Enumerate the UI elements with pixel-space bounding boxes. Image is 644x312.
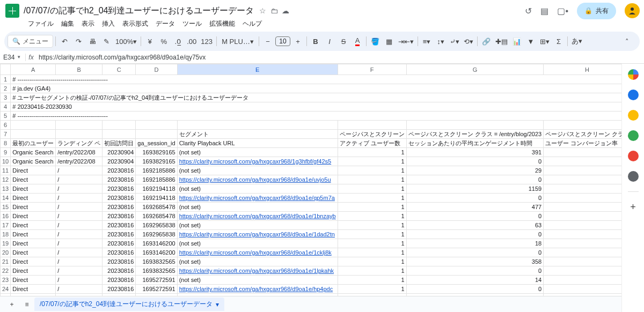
- link-button[interactable]: 🔗: [480, 35, 493, 48]
- chevron-down-icon: ▾: [216, 301, 219, 308]
- col-F[interactable]: F: [338, 64, 406, 75]
- sheet-tab-bar: + ≡ /07/07/の記事でh2_04到達ユーザーにおけるユーザーデータ ▾: [0, 296, 621, 312]
- filterviews-button[interactable]: ⊞▾: [538, 35, 551, 48]
- sheets-logo[interactable]: [5, 4, 19, 18]
- redo-button[interactable]: ↷: [72, 35, 85, 48]
- side-panel: +: [621, 64, 644, 312]
- fontsize-input[interactable]: 10: [275, 36, 290, 46]
- document-title[interactable]: /07/07/の記事でh2_04到達ユーザーにおけるユーザーデータ: [24, 5, 254, 17]
- fontsize-inc[interactable]: +: [291, 35, 304, 48]
- toolbar: 🔍 メニュー ↶ ↷ 🖶 ✎ 100% ▾ ¥ % .0̲ .00 123 M …: [4, 32, 640, 51]
- strike-button[interactable]: S: [337, 35, 350, 48]
- more-formats-button[interactable]: 123: [199, 35, 214, 48]
- col-B[interactable]: B: [56, 64, 103, 75]
- all-sheets-button[interactable]: ≡: [19, 298, 34, 311]
- menu-insert[interactable]: 挿入: [99, 18, 118, 29]
- halign-button[interactable]: ≡▾: [420, 35, 433, 48]
- menu-edit[interactable]: 編集: [58, 18, 77, 29]
- maps-icon[interactable]: [628, 151, 639, 161]
- keep-icon[interactable]: [628, 90, 639, 100]
- search-menus-button[interactable]: 🔍 メニュー: [8, 35, 53, 48]
- menu-tools[interactable]: ツール: [179, 18, 205, 29]
- undo-button[interactable]: ↶: [58, 35, 71, 48]
- merge-button[interactable]: ⇥⇤▾: [397, 35, 415, 48]
- filter-button[interactable]: ▼: [524, 35, 537, 48]
- menu-format[interactable]: 表示形式: [119, 18, 151, 29]
- bold-button[interactable]: B: [309, 35, 322, 48]
- print-button[interactable]: 🖶: [86, 35, 99, 48]
- italic-button[interactable]: I: [323, 35, 336, 48]
- valign-button[interactable]: ↕▾: [434, 35, 447, 48]
- col-D[interactable]: D: [136, 64, 177, 75]
- lock-icon: 🔒: [584, 7, 592, 14]
- textcolor-button[interactable]: A: [351, 35, 364, 48]
- svg-point-0: [631, 8, 634, 11]
- star-icon[interactable]: ☆: [259, 6, 266, 15]
- ime-button[interactable]: あ▾: [570, 35, 584, 48]
- menu-bar: ファイル 編集 表示 挿入 表示形式 データ ツール 拡張機能 ヘルプ: [0, 18, 644, 32]
- name-box[interactable]: E34 ▼: [0, 54, 26, 61]
- menu-view[interactable]: 表示: [78, 18, 98, 29]
- formula-bar: E34 ▼ fx: [0, 51, 644, 64]
- menu-extensions[interactable]: 拡張機能: [206, 18, 238, 29]
- dec-decrease-button[interactable]: .0̲: [171, 35, 184, 48]
- share-label: 共有: [596, 6, 609, 16]
- comments-icon[interactable]: ▤: [540, 6, 548, 16]
- collapse-toolbar-button[interactable]: ˄: [620, 35, 633, 48]
- col-H[interactable]: H: [544, 64, 621, 75]
- chevron-down-icon: ▼: [17, 55, 21, 60]
- addon-icon[interactable]: [628, 171, 639, 182]
- column-header-row[interactable]: A B C D E F G H I J: [1, 64, 622, 75]
- col-A[interactable]: A: [11, 64, 56, 75]
- rotate-button[interactable]: ⟲▾: [462, 35, 475, 48]
- comment-button[interactable]: ✚▤: [494, 35, 509, 48]
- history-icon[interactable]: ↺: [525, 6, 532, 16]
- menu-help[interactable]: ヘルプ: [239, 18, 265, 29]
- search-icon: 🔍: [12, 38, 20, 45]
- sheet-tab-label: /07/07/の記事でh2_04到達ユーザーにおけるユーザーデータ: [40, 300, 213, 309]
- name-box-value: E34: [3, 54, 14, 61]
- fillcolor-button[interactable]: 🪣: [369, 35, 382, 48]
- percent-button[interactable]: %: [157, 35, 170, 48]
- fx-icon: fx: [26, 54, 36, 61]
- borders-button[interactable]: ▦: [383, 35, 396, 48]
- col-G[interactable]: G: [406, 64, 543, 75]
- zoom-select[interactable]: 100% ▾: [114, 35, 138, 48]
- sheet-tab[interactable]: /07/07/の記事でh2_04到達ユーザーにおけるユーザーデータ ▾: [34, 298, 224, 311]
- add-addon-button[interactable]: +: [628, 202, 639, 212]
- currency-button[interactable]: ¥: [143, 35, 156, 48]
- dec-increase-button[interactable]: .00: [185, 35, 198, 48]
- cloud-icon[interactable]: ☁: [282, 6, 289, 15]
- move-icon[interactable]: 🗀: [270, 6, 278, 15]
- paintformat-button[interactable]: ✎: [100, 35, 113, 48]
- share-button[interactable]: 🔒 共有: [577, 3, 616, 19]
- col-C[interactable]: C: [103, 64, 136, 75]
- search-menus-label: メニュー: [23, 37, 48, 46]
- account-avatar[interactable]: [625, 3, 640, 18]
- functions-button[interactable]: Σ: [552, 35, 565, 48]
- menu-file[interactable]: ファイル: [25, 18, 57, 29]
- fontsize-dec[interactable]: −: [261, 35, 274, 48]
- meet-icon[interactable]: ▢•: [557, 6, 568, 16]
- title-icons: ☆ 🗀 ☁: [257, 6, 289, 15]
- font-select[interactable]: M PLU… ▾: [219, 35, 257, 48]
- add-sheet-button[interactable]: +: [4, 298, 19, 311]
- wrap-button[interactable]: ⤶▾: [448, 35, 461, 48]
- chart-button[interactable]: 📊: [510, 35, 523, 48]
- menu-data[interactable]: データ: [152, 18, 178, 29]
- formula-input[interactable]: [36, 54, 644, 61]
- tasks-icon[interactable]: [628, 110, 639, 121]
- col-E[interactable]: E: [177, 64, 338, 75]
- title-bar: /07/07/の記事でh2_04到達ユーザーにおけるユーザーデータ ☆ 🗀 ☁ …: [0, 0, 644, 18]
- calendar-icon[interactable]: [628, 69, 639, 80]
- spreadsheet-grid[interactable]: A B C D E F G H I J 1# -----------------…: [0, 64, 621, 312]
- contacts-icon[interactable]: [628, 130, 639, 141]
